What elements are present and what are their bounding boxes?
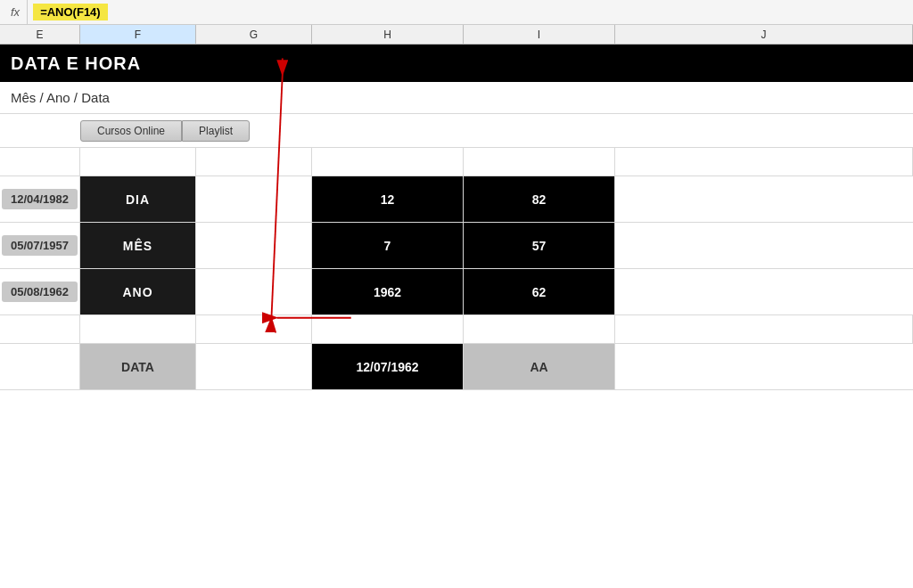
col-header-e: E xyxy=(0,25,80,44)
table-row: 05/07/1957 MÊS 7 57 xyxy=(0,223,913,269)
function-label-1: DIA xyxy=(80,176,195,222)
formula-bar: fx =ANO(F14) xyxy=(0,0,913,25)
date-value-1: 12/04/1982 xyxy=(2,189,78,209)
value2-cell-3: 62 xyxy=(464,269,615,314)
data-bottom-row: DATA 12/07/1962 AA xyxy=(0,344,913,390)
empty-bottom-e xyxy=(0,344,80,389)
value2-1: 82 xyxy=(464,176,614,222)
extra-cell-3 xyxy=(615,269,913,314)
col-header-j: J xyxy=(615,25,913,44)
value2-cell-2: 57 xyxy=(464,223,615,268)
section-title: DATA E HORA xyxy=(0,53,141,74)
function-label-2: MÊS xyxy=(80,223,195,268)
col-header-h: H xyxy=(312,25,464,44)
bottom-value2: AA xyxy=(464,344,614,389)
value1-3: 1962 xyxy=(312,269,463,314)
bottom-value2-cell: AA xyxy=(464,344,615,389)
spacer-row-2 xyxy=(0,315,913,344)
value2-cell-1: 82 xyxy=(464,176,615,222)
value1-1: 12 xyxy=(312,176,463,222)
extra-cell-1 xyxy=(615,176,913,222)
date-cell-2: 05/07/1957 xyxy=(0,223,80,268)
value2-2: 57 xyxy=(464,223,614,268)
value1-cell-1: 12 xyxy=(312,176,464,222)
date-cell-3: 05/08/1962 xyxy=(0,269,80,314)
function-cell-1: DIA xyxy=(80,176,196,222)
cursos-online-button[interactable]: Cursos Online xyxy=(80,120,182,142)
table-row: 12/04/1982 DIA 12 82 xyxy=(0,176,913,223)
empty-cell-1 xyxy=(196,176,312,222)
bottom-function-label: DATA xyxy=(80,344,195,389)
function-cell-2: MÊS xyxy=(80,223,196,268)
empty-cell-3 xyxy=(196,269,312,314)
empty-cell-2 xyxy=(196,223,312,268)
subtitle-row: Mês / Ano / Data xyxy=(0,82,913,114)
col-header-g: G xyxy=(196,25,312,44)
value1-cell-3: 1962 xyxy=(312,269,464,314)
column-headers: E F G H I J xyxy=(0,25,913,45)
table-row: 05/08/1962 ANO 1962 62 xyxy=(0,269,913,315)
playlist-button[interactable]: Playlist xyxy=(182,120,250,142)
function-cell-3: ANO xyxy=(80,269,196,314)
function-label-3: ANO xyxy=(80,269,195,314)
value1-cell-2: 7 xyxy=(312,223,464,268)
buttons-row: Cursos Online Playlist xyxy=(0,114,913,148)
date-cell-1: 12/04/1982 xyxy=(0,176,80,222)
bottom-function-cell: DATA xyxy=(80,344,196,389)
fx-icon: fx xyxy=(4,0,28,24)
value1-2: 7 xyxy=(312,223,463,268)
bottom-value1: 12/07/1962 xyxy=(312,344,463,389)
bottom-extra xyxy=(615,344,913,389)
col-header-f: F xyxy=(80,25,196,44)
date-value-2: 05/07/1957 xyxy=(2,235,78,256)
value2-3: 62 xyxy=(464,269,614,314)
spreadsheet: DATA E HORA Mês / Ano / Data Cursos Onli… xyxy=(0,45,913,390)
col-header-i: I xyxy=(464,25,615,44)
section-header-row: DATA E HORA xyxy=(0,45,913,82)
bottom-value1-cell: 12/07/1962 xyxy=(312,344,464,389)
bottom-empty-g xyxy=(196,344,312,389)
subtitle-text: Mês / Ano / Data xyxy=(0,90,110,105)
extra-cell-2 xyxy=(615,223,913,268)
formula-value: =ANO(F14) xyxy=(33,4,108,20)
date-value-3: 05/08/1962 xyxy=(2,282,78,302)
spacer-row xyxy=(0,148,913,176)
